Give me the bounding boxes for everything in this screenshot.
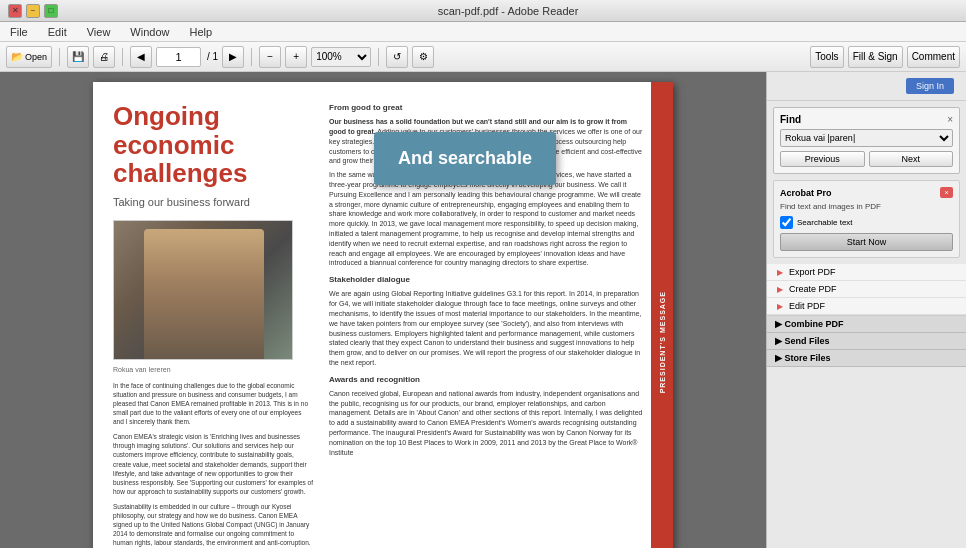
banner-text: PRESIDENT'S MESSAGE: [659, 291, 666, 393]
find-nav-row: Previous Next: [780, 151, 953, 167]
edit-pdf-label: Edit PDF: [789, 301, 825, 311]
toolbar: 📂 Open 💾 🖨 ◀ / 1 ▶ − + 100% 75% 125% 150…: [0, 42, 966, 72]
close-button[interactable]: ✕: [8, 4, 22, 18]
acrobat-title: Acrobat Pro: [780, 188, 832, 198]
zoom-out-button[interactable]: −: [259, 46, 281, 68]
menu-edit[interactable]: Edit: [44, 24, 71, 40]
acrobat-panel: Acrobat Pro × Find text and images in PD…: [773, 180, 960, 258]
find-previous-button[interactable]: Previous: [780, 151, 865, 167]
save-button[interactable]: 💾: [67, 46, 89, 68]
store-label: ▶: [775, 353, 785, 363]
page-total: / 1: [207, 51, 218, 62]
section1-title: From good to great: [329, 102, 643, 113]
photo-caption: Rokua van Iereren: [113, 366, 313, 373]
export-pdf-item[interactable]: ▶ Export PDF: [767, 264, 966, 281]
acrobat-header: Acrobat Pro ×: [780, 187, 953, 198]
acrobat-checkbox-label: Searchable text: [797, 218, 853, 227]
comment-button[interactable]: Comment: [907, 46, 960, 68]
send-section-header: ▶ Send Files: [767, 333, 966, 350]
store-section-label: Store Files: [785, 353, 831, 363]
section3-title: Awards and recognition: [329, 374, 643, 385]
find-toolbar-header: Find ×: [780, 114, 953, 125]
zoom-select[interactable]: 100% 75% 125% 150%: [311, 47, 371, 67]
find-label: Find: [780, 114, 801, 125]
menu-help[interactable]: Help: [185, 24, 216, 40]
edit-pdf-item[interactable]: ▶ Edit PDF: [767, 298, 966, 315]
window-title: scan-pdf.pdf - Adobe Reader: [58, 5, 958, 17]
maximize-button[interactable]: □: [44, 4, 58, 18]
create-pdf-item[interactable]: ▶ Create PDF: [767, 281, 966, 298]
tools-button-2[interactable]: ⚙: [412, 46, 434, 68]
title-bar: ✕ − □ scan-pdf.pdf - Adobe Reader: [0, 0, 966, 22]
find-toolbar: Find × Rokua vai |paren| Previous Next: [773, 107, 960, 174]
open-button[interactable]: 📂 Open: [6, 46, 52, 68]
create-pdf-label: Create PDF: [789, 284, 837, 294]
acrobat-checkbox[interactable]: [780, 216, 793, 229]
next-page-button[interactable]: ▶: [222, 46, 244, 68]
find-close-button[interactable]: ×: [947, 114, 953, 125]
toolbar-separator-4: [378, 48, 379, 66]
pdf-subtitle: Taking our business forward: [113, 196, 313, 208]
panel-tools-section: ▶ Export PDF ▶ Create PDF ▶ Edit PDF: [767, 264, 966, 316]
searchable-overlay: And searchable: [374, 132, 556, 185]
section2-title: Stakeholder dialogue: [329, 274, 643, 285]
send-label: ▶: [775, 336, 785, 346]
store-section-header: ▶ Store Files: [767, 350, 966, 367]
right-panel: Sign In Find × Rokua vai |paren| Previou…: [766, 72, 966, 548]
pdf-photo: [113, 220, 293, 360]
find-next-button[interactable]: Next: [869, 151, 954, 167]
pdf-left-text-1: In the face of continuing challenges due…: [113, 381, 313, 426]
edit-pdf-icon: ▶: [777, 302, 783, 311]
send-section-label: Send Files: [785, 336, 830, 346]
section2-text: We are again using Global Reporting Init…: [329, 289, 643, 367]
menu-window[interactable]: Window: [126, 24, 173, 40]
combine-section-header: ▶ Combine PDF: [767, 316, 966, 333]
toolbar-separator-3: [251, 48, 252, 66]
toolbar-separator-2: [122, 48, 123, 66]
toolbar-separator-1: [59, 48, 60, 66]
pdf-left-column: Ongoing economic challenges Taking our b…: [113, 102, 313, 548]
menu-bar: File Edit View Window Help: [0, 22, 966, 42]
pdf-left-text-3: Sustainability is embedded in our cultur…: [113, 502, 313, 547]
section3-text: Canon received global, European and nati…: [329, 389, 643, 458]
pdf-title: Ongoing economic challenges: [113, 102, 313, 188]
menu-view[interactable]: View: [83, 24, 115, 40]
find-input-row: Rokua vai |paren|: [780, 129, 953, 147]
export-pdf-label: Export PDF: [789, 267, 836, 277]
zoom-in-button[interactable]: +: [285, 46, 307, 68]
presidents-message-banner: PRESIDENT'S MESSAGE: [651, 82, 673, 548]
pdf-viewer[interactable]: Ongoing economic challenges Taking our b…: [0, 72, 766, 548]
sign-in-button[interactable]: Sign In: [906, 78, 954, 94]
export-pdf-icon: ▶: [777, 268, 783, 277]
fill-sign-button[interactable]: Fill & Sign: [848, 46, 903, 68]
find-select[interactable]: Rokua vai |paren|: [780, 129, 953, 147]
combine-section-label: Combine PDF: [785, 319, 844, 329]
acrobat-checkbox-row: Searchable text: [780, 216, 953, 229]
page-number-input[interactable]: [156, 47, 201, 67]
photo-person-shape: [144, 229, 264, 359]
window-controls[interactable]: ✕ − □: [8, 4, 58, 18]
pdf-left-text-2: Canon EMEA's strategic vision is 'Enrich…: [113, 432, 313, 496]
main-area: Ongoing economic challenges Taking our b…: [0, 72, 966, 548]
acrobat-description: Find text and images in PDF: [780, 202, 953, 212]
menu-file[interactable]: File: [6, 24, 32, 40]
acrobat-close-badge[interactable]: ×: [940, 187, 953, 198]
open-label: Open: [25, 52, 47, 62]
rotate-button[interactable]: ↺: [386, 46, 408, 68]
panel-top-row: Sign In: [767, 72, 966, 101]
prev-page-button[interactable]: ◀: [130, 46, 152, 68]
tools-button[interactable]: Tools: [810, 46, 843, 68]
acrobat-start-button[interactable]: Start Now: [780, 233, 953, 251]
combine-label: ▶: [775, 319, 785, 329]
create-pdf-icon: ▶: [777, 285, 783, 294]
minimize-button[interactable]: −: [26, 4, 40, 18]
folder-icon: 📂: [11, 51, 23, 62]
print-button[interactable]: 🖨: [93, 46, 115, 68]
searchable-text: And searchable: [398, 148, 532, 168]
